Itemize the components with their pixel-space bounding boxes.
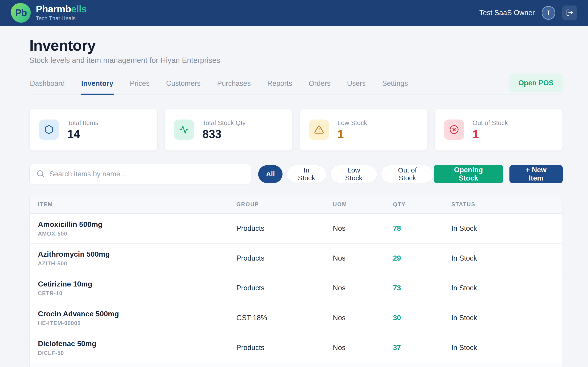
qty-cell: 37 <box>393 344 451 352</box>
qty-cell: 29 <box>393 254 451 262</box>
stat-value: 1 <box>337 128 367 140</box>
group-cell: Products <box>236 344 333 352</box>
tab-settings[interactable]: Settings <box>382 75 408 94</box>
stat-value: 1 <box>473 128 508 140</box>
header-right: Test SaaS Owner T <box>479 6 577 20</box>
uom-cell: Nos <box>333 314 393 322</box>
filter-pill-out-of-stock[interactable]: Out of Stock <box>381 165 434 183</box>
filter-pill-all[interactable]: All <box>258 165 283 183</box>
stat-value: 833 <box>202 128 246 140</box>
brand-name: Pharmbells <box>36 4 86 14</box>
column-header-uom: UOM <box>333 201 393 208</box>
tab-orders[interactable]: Orders <box>308 75 331 94</box>
warning-triangle-icon <box>309 119 329 140</box>
tab-customers[interactable]: Customers <box>166 75 201 94</box>
filter-pill-low-stock[interactable]: Low Stock <box>330 165 377 183</box>
status-cell: In Stock <box>451 254 562 262</box>
status-cell: In Stock <box>451 284 562 292</box>
item-code: HE-ITEM-00005 <box>38 320 236 326</box>
brand-text: Pharmbells Tech That Heals <box>36 4 86 22</box>
stat-card-out-of-stock: Out of Stock 1 <box>435 109 563 151</box>
new-item-button[interactable]: + New Item <box>510 165 563 183</box>
tab-dashboard[interactable]: Dashboard <box>29 75 65 94</box>
status-cell: In Stock <box>451 314 562 322</box>
search-input[interactable] <box>49 170 244 178</box>
stat-cards: Total Items 14 Total Stock Qty 833 Low S… <box>29 109 563 151</box>
table-row-partial <box>30 363 562 367</box>
inventory-table: Item Group UOM Qty Status Amoxicillin 50… <box>29 195 563 367</box>
group-cell: Products <box>236 284 333 292</box>
filter-pills: All In Stock Low Stock Out of Stock <box>258 165 434 183</box>
brand-name-primary: Pharmb <box>36 4 71 15</box>
filter-row: All In Stock Low Stock Out of Stock Open… <box>29 164 563 184</box>
item-name: Diclofenac 50mg <box>38 340 236 348</box>
avatar[interactable]: T <box>542 6 555 20</box>
item-name: Crocin Advance 500mg <box>38 310 236 318</box>
stat-card-total-stock-qty: Total Stock Qty 833 <box>164 109 293 151</box>
filter-pill-in-stock[interactable]: In Stock <box>286 165 326 183</box>
column-header-qty: Qty <box>393 201 451 208</box>
table-row[interactable]: Azithromycin 500mg AZITH-500 Products No… <box>30 244 562 273</box>
activity-pulse-icon <box>174 119 194 140</box>
tab-bar: Dashboard Inventory Prices Customers Pur… <box>29 75 563 95</box>
item-name: Azithromycin 500mg <box>38 250 236 259</box>
logout-icon <box>566 9 573 17</box>
page-subtitle: Stock levels and item management for Hiy… <box>29 56 563 65</box>
item-code: AMOX-500 <box>38 231 236 237</box>
main-content: Inventory Stock levels and item manageme… <box>29 37 563 367</box>
logout-button[interactable] <box>562 6 577 20</box>
stat-text: Out of Stock 1 <box>473 119 508 140</box>
page-title: Inventory <box>29 37 563 54</box>
uom-cell: Nos <box>333 224 393 233</box>
item-name: Amoxicillin 500mg <box>38 220 236 229</box>
stat-card-low-stock: Low Stock 1 <box>300 109 428 151</box>
brand-logo-monogram: Pb <box>15 7 27 18</box>
status-cell: In Stock <box>451 344 562 352</box>
stat-label: Total Stock Qty <box>202 119 246 127</box>
x-circle-icon <box>444 119 464 140</box>
table-row[interactable]: Crocin Advance 500mg HE-ITEM-00005 GST 1… <box>30 303 562 333</box>
column-header-status: Status <box>451 201 562 208</box>
brand-logo: Pb <box>9 1 32 24</box>
item-cell: Crocin Advance 500mg HE-ITEM-00005 <box>38 310 236 326</box>
brand-name-accent: ells <box>71 4 86 15</box>
uom-cell: Nos <box>333 344 393 352</box>
tab-prices[interactable]: Prices <box>129 75 150 94</box>
item-code: DICLF-50 <box>38 350 236 356</box>
search-box <box>29 164 251 184</box>
uom-cell: Nos <box>333 284 393 292</box>
group-cell: Products <box>236 254 333 262</box>
opening-stock-button[interactable]: Opening Stock <box>434 165 503 183</box>
group-cell: Products <box>236 224 333 233</box>
table-header-row: Item Group UOM Qty Status <box>30 195 562 214</box>
table-row[interactable]: Cetirizine 10mg CETR-10 Products Nos 73 … <box>30 273 562 303</box>
qty-cell: 78 <box>393 224 451 233</box>
group-cell: GST 18% <box>236 314 333 322</box>
table-row[interactable]: Diclofenac 50mg DICLF-50 Products Nos 37… <box>30 333 562 363</box>
stat-card-total-items: Total Items 14 <box>29 109 157 151</box>
stat-label: Total Items <box>67 119 98 127</box>
column-header-item: Item <box>38 201 236 208</box>
tab-reports[interactable]: Reports <box>267 75 293 94</box>
stat-text: Total Stock Qty 833 <box>202 119 246 140</box>
table-row[interactable]: Amoxicillin 500mg AMOX-500 Products Nos … <box>30 214 562 244</box>
tab-users[interactable]: Users <box>346 75 366 94</box>
avatar-initial: T <box>547 9 551 17</box>
stat-value: 14 <box>67 128 98 140</box>
brand-tagline: Tech That Heals <box>36 15 86 22</box>
hexagon-icon <box>39 119 59 140</box>
stat-label: Out of Stock <box>473 119 508 127</box>
uom-cell: Nos <box>333 254 393 262</box>
item-code: AZITH-500 <box>38 260 236 267</box>
stat-label: Low Stock <box>337 119 367 127</box>
item-cell: Amoxicillin 500mg AMOX-500 <box>38 220 236 237</box>
qty-cell: 73 <box>393 284 451 292</box>
tab-inventory[interactable]: Inventory <box>81 75 114 95</box>
item-cell: Diclofenac 50mg DICLF-50 <box>38 340 236 356</box>
tab-purchases[interactable]: Purchases <box>216 75 251 94</box>
status-cell: In Stock <box>451 224 562 233</box>
item-name: Cetirizine 10mg <box>38 280 236 288</box>
item-code: CETR-10 <box>38 290 236 297</box>
open-pos-button[interactable]: Open POS <box>509 74 563 92</box>
item-cell: Azithromycin 500mg AZITH-500 <box>38 250 236 267</box>
